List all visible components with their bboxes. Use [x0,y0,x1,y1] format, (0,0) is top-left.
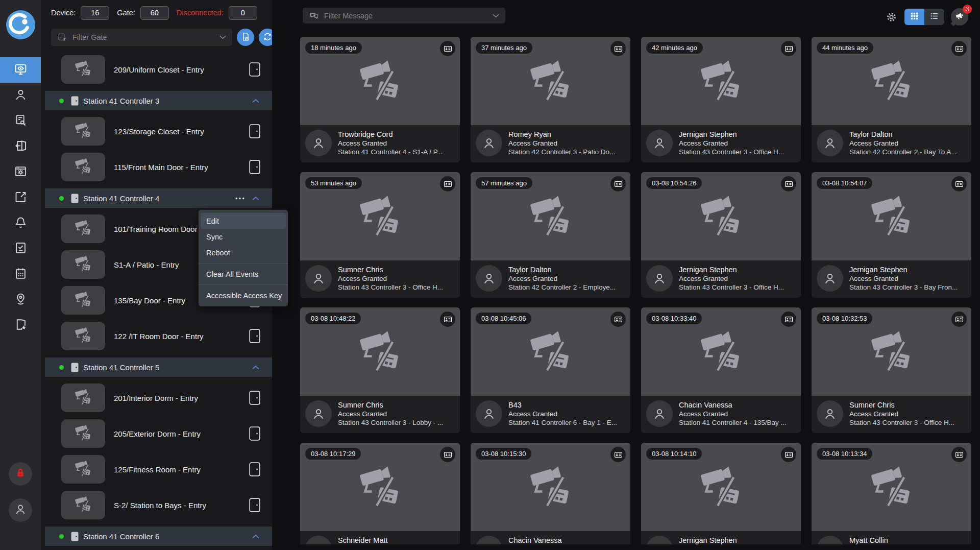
sidebar-item-personnel[interactable] [0,83,41,108]
camera-thumbnail[interactable] [61,419,105,448]
id-card-button[interactable] [610,447,626,462]
event-card[interactable]: 57 minutes ago Taylor Dalton Access Gran… [471,172,630,298]
sidebar-item-access-entry[interactable] [0,134,41,159]
list-view-button[interactable] [924,9,944,25]
door-icon[interactable] [249,391,260,405]
gate-row[interactable]: 209/Uniform Closet - Entry [45,55,272,84]
sidebar-item-credentials[interactable] [0,108,41,134]
event-card[interactable]: 18 minutes ago Trowbridge Cord Access Gr… [300,37,460,162]
context-menu-item[interactable]: Accessible Access Key [201,288,286,303]
sidebar-item-export[interactable] [0,185,41,210]
event-card[interactable]: 03-08 10:48:22 Sumner Chris Access Grant… [300,307,460,433]
camera-thumbnail[interactable] [61,384,105,412]
id-card-button[interactable] [440,41,455,56]
camera-thumbnail[interactable] [61,322,105,350]
context-menu-item[interactable]: Sync [201,229,286,245]
id-card-button[interactable] [951,176,967,192]
door-icon[interactable] [249,62,260,77]
event-card[interactable]: 03-08 10:13:34 Myatt Collin [812,443,971,544]
door-icon[interactable] [249,160,260,174]
camera-off-icon [74,220,93,238]
gate-row[interactable]: 201/Interior Dorm - Entry [45,384,272,412]
refresh-button[interactable] [259,29,272,46]
sidebar-item-live-monitoring[interactable] [0,57,41,83]
grid-view-button[interactable] [904,9,924,25]
app-logo[interactable] [6,10,35,39]
sidebar-item-notifications[interactable] [0,210,41,236]
camera-thumbnail[interactable] [61,153,105,181]
event-card[interactable]: 37 minutes ago Romey Ryan Access Granted… [471,37,630,162]
event-card[interactable]: 44 minutes ago Taylor Dalton Access Gran… [812,37,971,162]
settings-gear-icon[interactable] [885,11,898,23]
chevron-up-icon[interactable] [252,99,259,103]
camera-thumbnail[interactable] [61,214,105,243]
event-card[interactable]: 42 minutes ago Jernigan Stephen Access G… [641,37,801,162]
door-icon[interactable] [249,462,260,476]
sidebar-item-locations[interactable] [0,287,41,313]
event-card[interactable]: 03-08 10:54:26 Jernigan Stephen Access G… [641,172,801,298]
stat-value: 16 [81,6,109,20]
event-card[interactable]: 03-08 10:54:07 Jernigan Stephen Access G… [812,172,971,298]
gate-row[interactable]: S-2/ Station to Bays - Entry [45,491,272,519]
controller-header[interactable]: Station 41 Controller 3 [45,91,272,110]
controller-header[interactable]: Station 41 Controller 5 [45,357,272,377]
id-card-button[interactable] [440,312,455,327]
camera-thumbnail[interactable] [61,455,105,484]
door-icon[interactable] [249,498,260,512]
context-menu-item-label: Reboot [206,249,230,257]
sidebar-item-applications[interactable] [0,159,41,185]
id-card-button[interactable] [440,447,455,462]
id-card-button[interactable] [951,447,967,462]
avatar [817,265,843,292]
event-card[interactable]: 03-08 10:45:06 B43 Access Granted Statio… [471,307,630,433]
context-menu-item[interactable]: Reboot [201,245,286,260]
event-card[interactable]: 03-08 10:14:10 Jernigan Stephen [641,443,801,544]
id-card-button[interactable] [781,176,796,192]
controller-header[interactable]: Station 41 Controller 6 [45,527,272,546]
id-card-button[interactable] [440,176,455,192]
gate-row[interactable]: 123/Storage Closet - Entry [45,117,272,146]
user-profile-button[interactable] [9,498,32,522]
event-card[interactable]: 03-08 10:32:53 Sumner Chris Access Grant… [812,307,971,433]
event-card[interactable]: 53 minutes ago Sumner Chris Access Grant… [300,172,460,298]
id-card-button[interactable] [781,312,796,327]
chevron-up-icon[interactable] [252,534,259,539]
collapse-all-button[interactable] [237,29,254,46]
camera-thumbnail[interactable] [61,250,105,279]
gate-row[interactable]: 125/Fitness Room - Entry [45,455,272,484]
id-card-button[interactable] [610,312,626,327]
gate-row[interactable]: 115/Front Main Door - Entry [45,153,272,181]
filter-message-select[interactable]: Filter Message [303,8,505,23]
door-icon[interactable] [249,329,260,343]
sidebar-item-tasks[interactable] [0,236,41,261]
filter-gate-select[interactable]: Filter Gate [51,29,232,46]
gate-row[interactable]: 122 /IT Room Door - Entry [45,322,272,350]
chevron-up-icon[interactable] [252,196,259,201]
camera-thumbnail[interactable] [61,117,105,146]
door-icon[interactable] [249,124,260,138]
event-card[interactable]: 03-08 10:17:29 Schneider Matt [300,443,460,544]
door-icon[interactable] [249,426,260,441]
sidebar-item-schedule[interactable] [0,261,41,287]
more-options-icon[interactable] [235,197,244,200]
id-card-button[interactable] [781,447,796,462]
id-card-button[interactable] [951,312,967,327]
camera-thumbnail[interactable] [61,286,105,315]
camera-thumbnail[interactable] [61,55,105,84]
id-card-button[interactable] [610,41,626,56]
sidebar-item-vip-access[interactable] [0,313,41,338]
announcements-button[interactable]: 3 [951,8,968,26]
event-card[interactable]: 03-08 10:33:40 Chacin Vanessa Access Gra… [641,307,801,433]
lockdown-button[interactable] [9,462,32,486]
id-card-button[interactable] [610,176,626,192]
id-card-button[interactable] [781,41,796,56]
gate-row[interactable]: 205/Exterior Dorm - Entry [45,419,272,448]
id-card-button[interactable] [951,41,967,56]
app-root: Device: 16 Gate: 60 Disconnected: 0 Filt… [0,0,980,550]
context-menu-item[interactable]: Clear All Events [201,266,286,282]
event-card[interactable]: 03-08 10:15:30 Chacin Vanessa [471,443,630,544]
camera-thumbnail[interactable] [61,491,105,519]
context-menu-item[interactable]: Edit [201,213,286,229]
chevron-up-icon[interactable] [252,365,259,370]
controller-header[interactable]: Station 41 Controller 4 [45,188,272,208]
